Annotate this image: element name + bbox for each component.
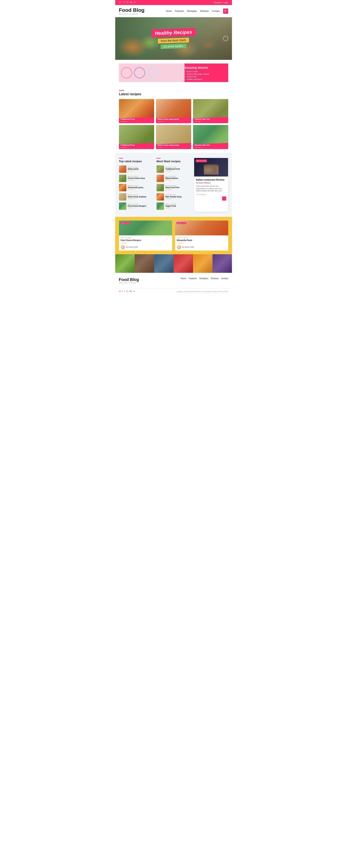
recipe-card-5[interactable]: Chessa Cake Tart ★★★★☆	[193, 125, 228, 149]
register-login-link[interactable]: Register / Login	[214, 1, 228, 4]
most-liked-thumb-3	[156, 193, 164, 200]
top-rated-name-4: Feta Cheese Burgers	[128, 205, 153, 207]
top-rated-info-2: March 14, 2018 Homemade pasta ★★★★☆	[128, 185, 153, 190]
recipe-name-1: Italian home-made pasta	[157, 118, 190, 120]
pinterest-icon[interactable]: Ⓒ	[119, 1, 121, 4]
footer-nav-reviews[interactable]: Reviews	[211, 277, 219, 279]
footer-twitter-icon[interactable]: t	[124, 290, 125, 293]
featured-author: By Maria Williams	[196, 182, 226, 184]
top-rated-item-2[interactable]: March 14, 2018 Homemade pasta ★★★★☆	[119, 184, 153, 191]
footer-nav-contact[interactable]: Contact	[221, 277, 228, 279]
recipe-card-2[interactable]: Chessa Cake Tart ★★★★☆	[193, 99, 228, 123]
dessert-feature-2: ✓Gluten Free	[184, 76, 226, 78]
donut-2	[134, 67, 145, 79]
footer-nav-home[interactable]: Home	[181, 277, 186, 279]
footer-instagram-icon[interactable]: Ⓟ	[126, 290, 128, 293]
blog-card-0[interactable]: May 04, 2018 March 14, 2018 Feta Cheese …	[119, 221, 172, 251]
nav-features[interactable]: Features	[175, 10, 184, 12]
footer-linkedin-icon[interactable]: in	[133, 290, 135, 293]
most-liked-item-3[interactable]: March 14, 2018 Raw Tomato Soup ★★★★☆	[156, 193, 191, 200]
most-liked-date-3: March 14, 2018	[166, 194, 191, 196]
footer-logo-sub: RECIPES & MORE	[119, 282, 139, 284]
behance-icon[interactable]: Be	[130, 1, 133, 4]
logo[interactable]: Food Blog RECIPES & MORE	[119, 7, 145, 15]
footer-facebook-icon[interactable]: f	[122, 290, 123, 293]
footer-nav-receipies[interactable]: Receipies	[199, 277, 208, 279]
most-liked-item-2[interactable]: March 14, 2018 Deep Fried Fish ★★★★☆	[156, 184, 191, 191]
recipe-card-1[interactable]: Italian home-made pasta ★★★☆☆	[156, 99, 191, 123]
photo-cell-5[interactable]	[212, 254, 232, 273]
instagram-icon[interactable]: Ⓟ	[126, 1, 128, 4]
top-rated-thumb-1	[119, 175, 126, 182]
recipe-card-0[interactable]: Traditional Pizza ★★★★☆	[119, 99, 154, 123]
nav-reviews[interactable]: Reviews	[200, 10, 209, 12]
logo-title: Food Blog	[119, 7, 145, 13]
most-liked-date-2: March 14, 2018	[166, 185, 191, 186]
top-rated-info-0: March 14, 2018 Italian pasta ★★★★☆	[128, 166, 153, 172]
top-rated-item-4[interactable]: March 14, 2018 Feta Cheese Burgers ★★★☆☆	[119, 203, 153, 210]
most-liked-title: Most liked recipes	[156, 158, 191, 163]
top-rated-col: Top rated recipes March 14, 2018 Italian…	[119, 158, 153, 212]
top-rated-stars-0: ★★★★☆	[128, 170, 153, 172]
most-liked-stars-3: ★★★★☆	[166, 198, 191, 199]
recipe-name-4: Italian home-made pasta	[157, 144, 190, 146]
twitter-icon[interactable]: t	[124, 1, 125, 4]
most-liked-item-0[interactable]: March 14, 2018 Traditional Food ★★★★☆	[156, 165, 191, 173]
author-avatar-0	[121, 245, 125, 249]
featured-read-more-button[interactable]: ›	[222, 196, 226, 200]
top-rated-date-2: March 14, 2018	[128, 185, 153, 186]
photo-cell-2[interactable]	[154, 254, 174, 273]
footer-behance-icon[interactable]: Be	[129, 290, 132, 293]
hero-next-arrow[interactable]: ›	[223, 36, 228, 41]
dessert-feature-1: ✓Step by Step Video Tutorial	[184, 73, 226, 75]
author-avatar-1	[177, 245, 181, 249]
most-liked-item-4[interactable]: March 14, 2018 Vegan Food ★★★☆☆	[156, 203, 191, 210]
top-bar: Ⓒ f t Ⓟ Be in Register / Login	[115, 0, 232, 5]
blog-card-body-1: March 14, 2018 Mozarella Pasta ★★★★☆ By …	[175, 236, 228, 251]
latest-recipes-section: Latest recipes Traditional Pizza ★★★★☆ I…	[115, 86, 232, 153]
blog-title-1: Mozarella Pasta	[177, 239, 226, 241]
linkedin-icon[interactable]: in	[134, 1, 136, 4]
footer-social: Ⓒ f t Ⓟ Be in	[119, 290, 135, 293]
footer-logo[interactable]: Food Blog RECIPES & MORE	[119, 277, 139, 284]
photo-cell-0[interactable]	[115, 254, 135, 273]
search-button[interactable]: 🔍	[223, 8, 228, 14]
most-liked-name-3: Raw Tomato Soup	[166, 196, 191, 198]
recipe-name-3: Traditional Pizza	[120, 144, 153, 146]
top-rated-item-1[interactable]: March 14, 2018 French Onion Soup ★★★★☆	[119, 175, 153, 182]
top-rated-name-3: Onion Soup Gratinee	[128, 196, 153, 198]
top-rated-stars-3: ★★★★☆	[128, 198, 153, 199]
blog-card-1[interactable]: May 04, 2018 March 14, 2018 Mozarella Pa…	[175, 221, 228, 251]
recipe-name-0: Traditional Pizza	[120, 118, 153, 120]
most-liked-info-2: March 14, 2018 Deep Fried Fish ★★★★☆	[166, 185, 191, 190]
nav-receipies[interactable]: Receipies	[187, 10, 197, 12]
photo-cell-1[interactable]	[135, 254, 154, 273]
most-liked-date-0: March 14, 2018	[166, 166, 191, 168]
top-rated-name-1: French Onion Soup	[128, 177, 153, 179]
photo-cell-3[interactable]	[174, 254, 193, 273]
facebook-icon[interactable]: f	[122, 1, 123, 4]
blog-stars-0: ★★★★☆	[121, 242, 170, 244]
author-name-1: By Janice Smith	[182, 246, 194, 248]
dessert-feature-0: ✓Easy to make	[184, 70, 226, 72]
most-liked-info-0: March 14, 2018 Traditional Food ★★★★☆	[166, 166, 191, 172]
featured-text: Donec quam felis, ultrices nec, pellente…	[196, 185, 226, 192]
recipe-card-4[interactable]: Italian home-made pasta ★★★☆☆	[156, 125, 191, 149]
footer-logo-title: Food Blog	[119, 277, 139, 282]
nav-home[interactable]: Home	[166, 10, 172, 12]
footer-nav-features[interactable]: Features	[189, 277, 197, 279]
nav-contact[interactable]: Contact	[212, 10, 220, 12]
recipe-stars-2: ★★★★☆	[195, 121, 227, 122]
most-liked-stars-2: ★★★★☆	[166, 188, 191, 190]
footer-pinterest-icon[interactable]: Ⓒ	[119, 290, 121, 293]
recipe-stars-4: ★★★☆☆	[157, 147, 190, 148]
most-liked-stars-1: ★★★★☆	[166, 179, 191, 181]
top-rated-item-0[interactable]: March 14, 2018 Italian pasta ★★★★☆	[119, 165, 153, 173]
most-liked-item-1[interactable]: March 14, 2018 Baked Salmon ★★★★☆	[156, 175, 191, 182]
site-header: Food Blog RECIPES & MORE Home Features R…	[115, 5, 232, 17]
top-rated-item-3[interactable]: March 14, 2018 Onion Soup Gratinee ★★★★☆	[119, 193, 153, 200]
photo-cell-4[interactable]	[193, 254, 212, 273]
recipe-card-3[interactable]: Traditional Pizza ★★★★☆	[119, 125, 154, 149]
recipe-stars-1: ★★★☆☆	[157, 121, 190, 122]
desserts-banner: Amazing deserts ✓Easy to make ✓Step by S…	[119, 64, 228, 82]
